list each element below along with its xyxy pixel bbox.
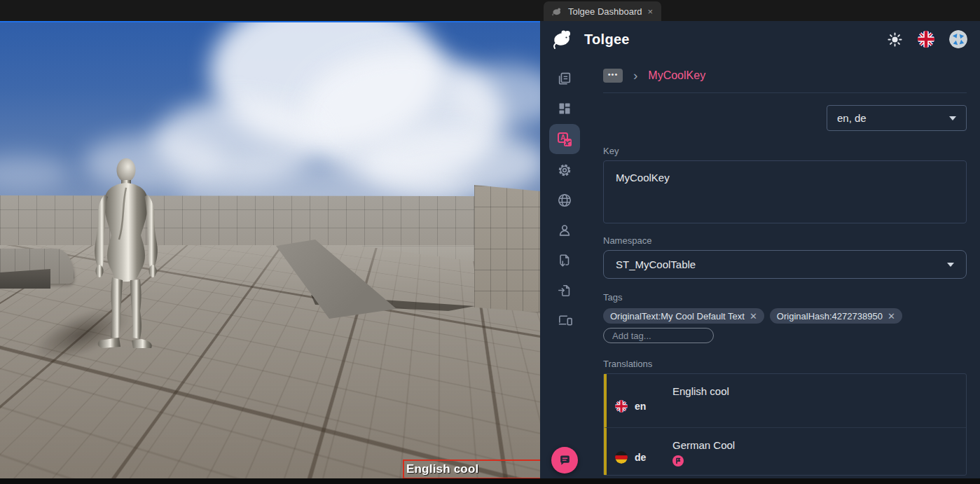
hud-text-widget-selection[interactable]: English cool: [403, 459, 540, 478]
sidebar-item-languages[interactable]: [549, 185, 580, 215]
sidebar-item-integrate[interactable]: [549, 305, 580, 336]
chevron-right-icon: ›: [633, 69, 637, 83]
sidebar-item-members[interactable]: [549, 215, 580, 245]
breadcrumb: ••• › MyCoolKey: [603, 67, 967, 85]
namespace-select[interactable]: ST_MyCoolTable: [603, 250, 967, 279]
translation-row-de[interactable]: de German Cool: [604, 428, 966, 475]
tab-title: Tolgee Dashboard: [568, 6, 642, 17]
add-tag-input[interactable]: [603, 328, 714, 343]
flag-en-icon: [615, 400, 628, 413]
devices-icon: [557, 312, 573, 329]
translation-text-de: German Cool: [672, 439, 735, 451]
unreal-3d-viewport[interactable]: English cool: [0, 21, 540, 478]
tab-close-icon[interactable]: ×: [648, 6, 654, 17]
tag-chip[interactable]: OriginalText:My Cool Default Text ✕: [603, 308, 764, 324]
gear-icon: [557, 163, 572, 178]
key-edit-panel: ••• › MyCoolKey en, de Key MyCoolKey Nam…: [589, 57, 980, 484]
user-icon: [557, 223, 572, 238]
chat-bubble-icon: [558, 454, 572, 467]
sidebar-item-settings[interactable]: [549, 155, 580, 185]
translations-label: Translations: [603, 359, 967, 369]
tolgee-header: Tolgee: [540, 21, 980, 57]
lang-code: de: [635, 452, 646, 463]
translation-text-en: English cool: [672, 385, 729, 427]
brand-title: Tolgee: [584, 32, 630, 48]
bottom-bar: [0, 478, 980, 484]
user-avatar[interactable]: [949, 30, 967, 48]
sidebar-item-dashboard[interactable]: [549, 93, 580, 123]
tolgee-brand[interactable]: Tolgee: [551, 29, 630, 50]
projects-icon: [557, 71, 572, 86]
browser-tab-bar: Tolgee Dashboard ×: [0, 0, 980, 21]
key-input-value: MyCoolKey: [616, 172, 670, 184]
translations-box: en English cool: [603, 373, 967, 476]
translation-row-en[interactable]: en English cool: [604, 374, 966, 428]
translate-icon: A: [556, 131, 573, 148]
hud-overlay-text: English cool: [404, 462, 478, 476]
languages-select-value: en, de: [837, 112, 867, 124]
import-icon: [557, 283, 572, 298]
breadcrumb-key-name[interactable]: MyCoolKey: [648, 69, 705, 82]
remove-tag-icon[interactable]: ✕: [888, 311, 895, 321]
chevron-down-icon: [947, 263, 954, 267]
large-block-lit-face: [474, 185, 540, 312]
remove-tag-icon[interactable]: ✕: [750, 311, 757, 321]
breadcrumb-more-button[interactable]: •••: [603, 69, 623, 83]
machine-translation-icon: [672, 455, 684, 466]
chevron-down-icon: [949, 116, 956, 120]
tab-tolgee-dashboard[interactable]: Tolgee Dashboard ×: [544, 1, 661, 21]
export-icon: [557, 253, 572, 268]
mannequin-character: [78, 157, 184, 360]
tolgee-logo-icon: [551, 29, 575, 50]
sidebar-item-translations[interactable]: A: [549, 124, 580, 154]
tag-chip-text: OriginalHash:4272738950: [777, 311, 883, 321]
tags-label: Tags: [603, 292, 967, 303]
tolgee-sidebar: A: [540, 57, 589, 484]
feedback-chat-button[interactable]: [551, 447, 578, 473]
tag-chip[interactable]: OriginalHash:4272738950 ✕: [770, 308, 902, 324]
flag-de-icon: [615, 451, 628, 464]
key-input[interactable]: MyCoolKey: [603, 160, 967, 223]
language-flag-uk-icon[interactable]: [918, 31, 934, 48]
namespace-select-value: ST_MyCoolTable: [616, 258, 696, 270]
divider: [603, 92, 967, 93]
sidebar-item-export[interactable]: [549, 245, 580, 275]
lang-code: en: [635, 401, 646, 412]
tag-chip-text: OriginalText:My Cool Default Text: [610, 311, 745, 321]
tolgee-mouse-icon: [552, 7, 563, 16]
sidebar-item-projects[interactable]: [549, 63, 580, 93]
languages-select[interactable]: en, de: [827, 105, 967, 131]
globe-icon: [557, 193, 572, 208]
key-label: Key: [603, 146, 967, 156]
tolgee-panel: Tolgee: [540, 21, 980, 484]
dashboard-icon: [558, 102, 572, 116]
namespace-label: Namespace: [603, 235, 967, 246]
light-mode-toggle-icon[interactable]: [887, 32, 903, 48]
sidebar-item-import[interactable]: [549, 275, 580, 305]
